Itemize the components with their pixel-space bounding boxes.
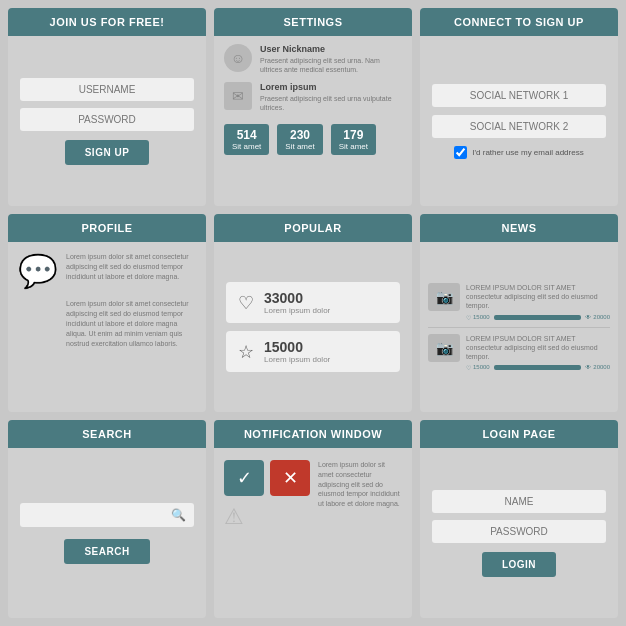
stats-row: 514 Sit amet 230 Sit amet 179 Sit amet	[224, 124, 376, 155]
news-body: 📷 LOREM IPSUM DOLOR SIT AMET consectetur…	[420, 242, 618, 412]
user-desc: Praesent adipiscing elit sed urna. Nam u…	[260, 56, 402, 74]
join-panel: JOIN US FOR FREE! SIGN UP	[8, 8, 206, 206]
popular-count-1: 33000	[264, 290, 330, 306]
popular-label-2: Lorem ipsum dolor	[264, 355, 330, 364]
news-panel: NEWS 📷 LOREM IPSUM DOLOR SIT AMET consec…	[420, 214, 618, 412]
profile-body: 💬 Lorem ipsum dolor sit amet consectetur…	[8, 242, 206, 412]
stat-1: 514 Sit amet	[224, 124, 269, 155]
social2-input[interactable]	[432, 115, 606, 138]
popular-panel: POPULAR ♡ 33000 Lorem ipsum dolor ☆ 1500…	[214, 214, 412, 412]
news-thumb-2: 📷	[428, 334, 460, 362]
signup-button[interactable]: SIGN UP	[65, 140, 150, 165]
news-bar-2	[494, 365, 582, 370]
search-input-wrap: 🔍	[20, 503, 194, 527]
join-body: SIGN UP	[8, 36, 206, 206]
news-bar-1	[494, 315, 582, 320]
news-views-2: 👁 20000	[585, 364, 610, 370]
connect-body: I'd rather use my email address	[420, 36, 618, 206]
settings-header: SETTINGS	[214, 8, 412, 36]
profile-header: PROFILE	[8, 214, 206, 242]
login-button[interactable]: LOGIN	[482, 552, 556, 577]
search-input[interactable]	[28, 510, 171, 520]
news-likes-1: ♡ 15000	[466, 314, 490, 321]
news-text-1: LOREM IPSUM DOLOR SIT AMET consectetur a…	[466, 283, 610, 310]
popular-header: POPULAR	[214, 214, 412, 242]
popular-body: ♡ 33000 Lorem ipsum dolor ☆ 15000 Lorem …	[214, 242, 412, 412]
news-text-2: LOREM IPSUM DOLOR SIT AMET consectetur a…	[466, 334, 610, 361]
user-nickname: User Nickname	[260, 44, 402, 54]
login-panel: LOGIN PAGE LOGIN	[420, 420, 618, 618]
notification-panel: NOTIFICATION WINDOW ✓ ✕ ⚠ Lorem ipsum do…	[214, 420, 412, 618]
search-body: 🔍 SEARCH	[8, 448, 206, 618]
email-checkbox-row: I'd rather use my email address	[454, 146, 583, 159]
heart-icon: ♡	[238, 292, 254, 314]
username-input[interactable]	[20, 78, 194, 101]
popular-item-2: ☆ 15000 Lorem ipsum dolor	[226, 331, 400, 372]
news-item-2: 📷 LOREM IPSUM DOLOR SIT AMET consectetur…	[428, 334, 610, 371]
popular-count-2: 15000	[264, 339, 330, 355]
email-desc: Praesent adipiscing elit sed urna vulput…	[260, 94, 402, 112]
search-panel: SEARCH 🔍 SEARCH	[8, 420, 206, 618]
notification-body: ✓ ✕ ⚠ Lorem ipsum dolor sit amet consect…	[214, 448, 412, 618]
email-checkbox[interactable]	[454, 146, 467, 159]
user-icon: ☺	[224, 44, 252, 72]
star-icon: ☆	[238, 341, 254, 363]
settings-body: ☺ User Nickname Praesent adipiscing elit…	[214, 36, 412, 206]
news-views-1: 👁 20000	[585, 314, 610, 320]
stat-2: 230 Sit amet	[277, 124, 322, 155]
join-header: JOIN US FOR FREE!	[8, 8, 206, 36]
news-item-1: 📷 LOREM IPSUM DOLOR SIT AMET consectetur…	[428, 283, 610, 320]
news-header: NEWS	[420, 214, 618, 242]
settings-user-row: ☺ User Nickname Praesent adipiscing elit…	[224, 44, 402, 74]
login-body: LOGIN	[420, 448, 618, 618]
cancel-button[interactable]: ✕	[270, 460, 310, 496]
settings-email-row: ✉ Lorem ipsum Praesent adipiscing elit s…	[224, 82, 402, 112]
connect-panel: CONNECT TO SIGN UP I'd rather use my ema…	[420, 8, 618, 206]
news-divider	[428, 327, 610, 328]
connect-header: CONNECT TO SIGN UP	[420, 8, 618, 36]
notif-buttons: ✓ ✕	[224, 460, 310, 496]
notification-text: Lorem ipsum dolor sit amet consectetur a…	[318, 460, 402, 509]
notification-header: NOTIFICATION WINDOW	[214, 420, 412, 448]
password-input[interactable]	[20, 108, 194, 131]
login-password-input[interactable]	[432, 520, 606, 543]
settings-panel: SETTINGS ☺ User Nickname Praesent adipis…	[214, 8, 412, 206]
profile-text1: Lorem ipsum dolor sit amet consectetur a…	[66, 252, 196, 281]
email-label: Lorem ipsum	[260, 82, 402, 92]
popular-item-1: ♡ 33000 Lorem ipsum dolor	[226, 282, 400, 323]
stat-3: 179 Sit amet	[331, 124, 376, 155]
profile-panel: PROFILE 💬 Lorem ipsum dolor sit amet con…	[8, 214, 206, 412]
popular-label-1: Lorem ipsum dolor	[264, 306, 330, 315]
news-likes-2: ♡ 15000	[466, 364, 490, 371]
warning-icon: ⚠	[224, 504, 244, 530]
search-header: SEARCH	[8, 420, 206, 448]
news-thumb-1: 📷	[428, 283, 460, 311]
profile-text2: Lorem ipsum dolor sit amet consectetur a…	[66, 299, 196, 348]
social1-input[interactable]	[432, 84, 606, 107]
confirm-button[interactable]: ✓	[224, 460, 264, 496]
email-checkbox-label: I'd rather use my email address	[472, 148, 583, 157]
search-icon: 🔍	[171, 508, 186, 522]
email-icon: ✉	[224, 82, 252, 110]
chat-icon: 💬	[18, 252, 58, 290]
search-button[interactable]: SEARCH	[64, 539, 149, 564]
login-header: LOGIN PAGE	[420, 420, 618, 448]
login-name-input[interactable]	[432, 490, 606, 513]
